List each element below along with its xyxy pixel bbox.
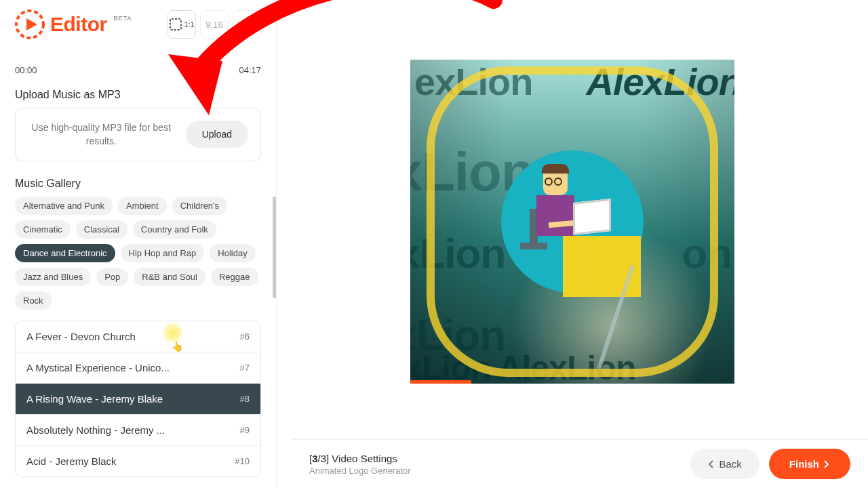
logo: Editor BETA <box>15 9 132 39</box>
time-start: 00:00 <box>15 65 37 75</box>
track-row[interactable]: Acid - Jeremy Black #10 <box>16 445 260 476</box>
header: Editor BETA 1:1 9:16 16:9 <box>0 0 276 49</box>
play-logo-icon <box>15 9 45 39</box>
genre-chip-active[interactable]: Dance and Electronic <box>15 244 115 262</box>
genre-chip[interactable]: Rock <box>15 291 52 310</box>
genre-chip-row: Alternative and Punk Ambient Children's … <box>15 197 261 310</box>
ratio-1-1-button[interactable]: 1:1 <box>167 10 196 39</box>
genre-chip[interactable]: Holiday <box>210 244 255 262</box>
step-title: Video Settings <box>329 453 397 464</box>
track-index: #6 <box>240 331 250 342</box>
track-title: A Fever - Devon Church <box>26 331 136 342</box>
scrollbar[interactable] <box>273 197 276 298</box>
upload-card: Use high-quality MP3 file for best resul… <box>15 108 261 161</box>
svg-marker-1 <box>26 18 37 30</box>
genre-chip[interactable]: Alternative and Punk <box>15 197 113 215</box>
genre-chip[interactable]: Pop <box>96 268 128 286</box>
genre-chip[interactable]: Ambient <box>118 197 167 215</box>
track-index: #8 <box>240 394 250 404</box>
track-index: #10 <box>235 456 250 466</box>
genre-chip[interactable]: R&B and Soul <box>134 268 205 286</box>
track-title: Absolutely Nothing - Jeremy ... <box>26 424 165 436</box>
upload-button[interactable]: Upload <box>186 121 248 148</box>
avatar-desk <box>563 236 641 297</box>
chevron-right-icon <box>823 460 830 468</box>
step-current: 3 <box>312 453 317 464</box>
step-total: /3 <box>318 453 327 464</box>
upload-section-title: Upload Music as MP3 <box>15 89 261 101</box>
genre-chip[interactable]: Reggae <box>211 268 258 286</box>
ratio-square-icon <box>169 18 182 31</box>
track-list: A Fever - Devon Church #6 A Mystical Exp… <box>15 321 261 477</box>
genre-chip[interactable]: Children's <box>172 197 227 215</box>
logo-text: Editor <box>50 13 107 36</box>
step-info: [3/3] Video Settings Animated Logo Gener… <box>309 453 411 476</box>
player-times: 00:00 04:17 <box>15 65 261 75</box>
upload-hint: Use high-quality MP3 file for best resul… <box>28 121 175 148</box>
svg-rect-2 <box>170 19 181 30</box>
avatar-screen <box>573 199 611 235</box>
gallery-title: Music Gallery <box>15 178 261 190</box>
finish-button[interactable]: Finish <box>769 449 850 479</box>
avatar-hair <box>542 164 569 174</box>
step-subtitle: Animated Logo Generator <box>309 466 411 476</box>
main: exLion AlexLion exLion xLion on Al exLio… <box>277 0 868 488</box>
genre-chip[interactable]: Cinematic <box>15 220 71 239</box>
footer: [3/3] Video Settings Animated Logo Gener… <box>292 439 868 488</box>
ratio-16-9-button[interactable]: 16:9 <box>233 10 261 39</box>
beta-badge: BETA <box>114 15 132 22</box>
preview-area: exLion AlexLion exLion xLion on Al exLio… <box>277 0 868 439</box>
track-row[interactable]: Absolutely Nothing - Jeremy ... #9 <box>16 414 260 445</box>
track-row[interactable]: A Fever - Devon Church #6 <box>16 321 260 352</box>
genre-chip[interactable]: Hip Hop and Rap <box>121 244 205 262</box>
track-index: #7 <box>240 363 250 373</box>
avatar-torso <box>536 195 574 236</box>
back-button[interactable]: Back <box>690 449 759 479</box>
aspect-ratio-group: 1:1 9:16 16:9 <box>167 10 261 39</box>
track-row[interactable]: A Mystical Experience - Unico... #7 <box>16 352 260 383</box>
preview-progress[interactable] <box>410 380 471 384</box>
track-title: Acid - Jeremy Black <box>26 455 117 467</box>
time-end: 04:17 <box>239 65 261 75</box>
chevron-left-icon <box>708 460 715 468</box>
genre-chip[interactable]: Jazz and Blues <box>15 268 91 286</box>
ratio-9-16-button[interactable]: 9:16 <box>200 10 229 39</box>
sidebar: Editor BETA 1:1 9:16 16:9 00:00 04:17 Up… <box>0 0 277 488</box>
genre-chip[interactable]: Classical <box>76 220 127 239</box>
track-row-selected[interactable]: A Rising Wave - Jeremy Blake #8 <box>16 383 260 414</box>
track-title: A Mystical Experience - Unico... <box>26 362 170 373</box>
video-preview[interactable]: exLion AlexLion exLion xLion on Al exLio… <box>410 60 734 384</box>
genre-chip[interactable]: Country and Folk <box>133 220 216 239</box>
track-index: #9 <box>240 425 250 435</box>
track-title: A Rising Wave - Jeremy Blake <box>26 393 163 405</box>
avatar-glasses <box>545 176 568 182</box>
